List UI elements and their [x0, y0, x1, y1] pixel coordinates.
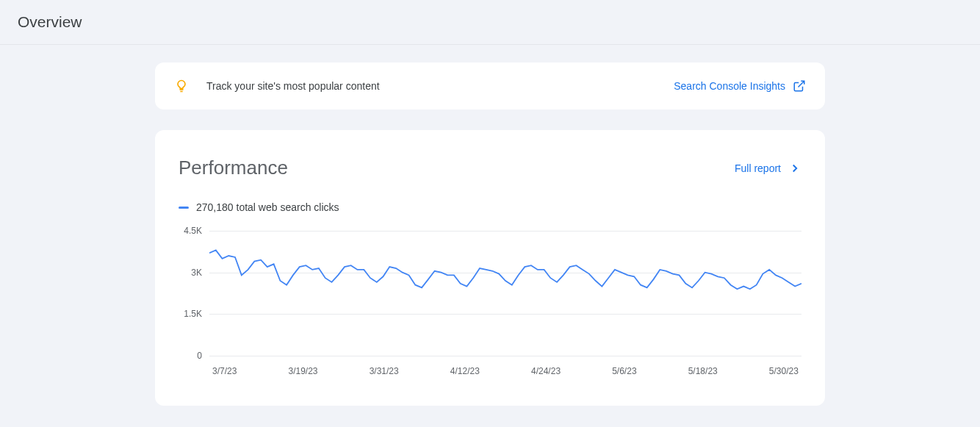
full-report-label: Full report [735, 162, 781, 174]
insights-link-label: Search Console Insights [674, 80, 785, 92]
performance-title: Performance [179, 157, 288, 179]
chart-area: 01.5K3K4.5K [209, 231, 801, 356]
chart-x-label: 5/6/23 [612, 366, 636, 376]
page-header: Overview [0, 0, 980, 45]
chart-x-label: 4/12/23 [450, 366, 480, 376]
content-area: Track your site's most popular content S… [0, 45, 980, 423]
chart-y-label: 4.5K [184, 226, 202, 236]
chart-x-label: 3/19/23 [289, 366, 318, 376]
chart-x-axis: 3/7/233/19/233/31/234/12/234/24/235/6/23… [209, 366, 801, 376]
chart-x-label: 5/18/23 [688, 366, 718, 376]
insights-link[interactable]: Search Console Insights [674, 79, 806, 93]
chart-x-label: 3/31/23 [370, 366, 399, 376]
performance-header: Performance Full report [179, 157, 801, 179]
chart-y-label: 1.5K [184, 309, 202, 319]
page-title: Overview [18, 13, 962, 31]
insights-card: Track your site's most popular content S… [155, 62, 825, 110]
insights-left: Track your site's most popular content [174, 79, 380, 93]
insights-text: Track your site's most popular content [206, 80, 380, 92]
external-link-icon [793, 79, 806, 93]
chart-legend: 270,180 total web search clicks [179, 201, 801, 213]
chart-x-label: 3/7/23 [212, 366, 237, 376]
chart-x-label: 4/24/23 [531, 366, 561, 376]
chart-y-label: 3K [191, 268, 202, 278]
chart-y-label: 0 [197, 351, 202, 361]
performance-card: Performance Full report 270,180 total we… [155, 130, 825, 406]
chart-container: 01.5K3K4.5K 3/7/233/19/233/31/234/12/234… [183, 231, 801, 376]
legend-marker [179, 207, 189, 209]
chart-x-label: 5/30/23 [769, 366, 799, 376]
full-report-link[interactable]: Full report [735, 162, 801, 175]
legend-text: 270,180 total web search clicks [196, 201, 339, 213]
chart-line-svg [209, 231, 801, 356]
chart-gridline [209, 356, 801, 356]
chevron-right-icon [788, 162, 801, 175]
lightbulb-icon [174, 79, 189, 93]
